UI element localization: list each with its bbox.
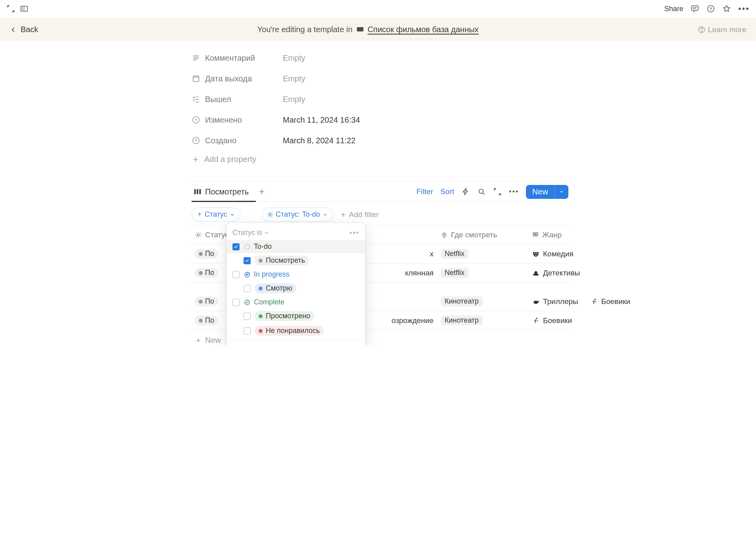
cell-where[interactable]: Netflix [437, 268, 529, 278]
cell-genre[interactable]: Боевики [529, 316, 572, 325]
cell-genre[interactable]: ТриллерыБоевики [529, 297, 630, 306]
cell-genre[interactable]: Комедия [529, 250, 574, 258]
where-chip: Netflix [441, 249, 468, 259]
add-property-button[interactable]: Add a property [192, 155, 568, 164]
peek-icon[interactable] [20, 4, 29, 13]
filter-pill-label: Статус: To-do [276, 210, 320, 219]
comments-icon[interactable] [691, 4, 699, 13]
updates-icon[interactable] [706, 4, 715, 13]
checkbox[interactable] [232, 299, 240, 306]
svg-rect-4 [357, 27, 363, 31]
clear-selection-button[interactable]: Clear selection [227, 340, 365, 345]
name-text: клянная [405, 269, 434, 277]
property-row[interactable]: ВышелEmpty [192, 89, 568, 110]
genre-label: Боевики [543, 316, 572, 325]
property-value[interactable]: Empty [283, 95, 305, 104]
svg-point-14 [269, 214, 271, 215]
filter-option[interactable]: Не понравилось [227, 323, 365, 338]
checkbox[interactable] [244, 285, 251, 292]
genre-label: Детективы [543, 269, 580, 277]
property-row[interactable]: КомментарийEmpty [192, 48, 568, 68]
more-icon[interactable]: ••• [738, 4, 750, 14]
template-name-link[interactable]: Список фильмов база данных [368, 25, 479, 34]
share-button[interactable]: Share [664, 5, 683, 13]
genre-icon [532, 317, 540, 325]
back-button[interactable]: Back [10, 25, 38, 34]
checkbox[interactable] [232, 271, 240, 278]
status-text: По [205, 269, 214, 277]
property-value[interactable]: Empty [283, 74, 305, 83]
filter-group-to-do[interactable]: To-do [227, 240, 365, 253]
filter-button[interactable]: Filter [416, 187, 433, 196]
property-row[interactable]: СозданоMarch 8, 2024 11:22 [192, 130, 568, 151]
add-view-icon[interactable] [257, 187, 266, 196]
sort-button[interactable]: Sort [440, 187, 454, 196]
cell-where[interactable]: Netflix [437, 249, 529, 259]
new-button[interactable]: New [526, 185, 568, 199]
cell-where[interactable]: Кинотеатр [437, 296, 529, 306]
col-header-genre[interactable]: Жанр [529, 231, 568, 239]
new-button-caret[interactable] [555, 185, 568, 199]
filter-option[interactable]: Просмотрено [227, 309, 365, 323]
search-icon[interactable] [477, 187, 486, 196]
genre-tag: Боевики [532, 316, 572, 325]
where-chip: Кинотеатр [441, 296, 483, 306]
property-value[interactable]: Empty [283, 54, 305, 63]
dropdown-title-op[interactable]: is [257, 229, 262, 237]
filter-option[interactable]: Смотрю [227, 281, 365, 296]
dropdown-more-icon[interactable]: ••• [349, 229, 359, 237]
status-chip: По [195, 315, 218, 325]
svg-rect-10 [194, 189, 196, 194]
property-name: Изменено [205, 115, 242, 125]
property-icon [192, 115, 200, 124]
svg-rect-1 [22, 7, 25, 10]
cell-genre[interactable]: Детективы [529, 269, 580, 277]
status-chip: По [195, 268, 218, 278]
checkbox[interactable] [244, 257, 251, 264]
checkbox[interactable] [244, 327, 251, 335]
filter-group-in-progress[interactable]: In progress [227, 268, 365, 281]
automations-icon[interactable] [461, 187, 470, 196]
checkbox[interactable] [232, 243, 240, 250]
collapse-icon[interactable] [6, 4, 15, 13]
col-header-where[interactable]: Где смотреть [437, 231, 529, 239]
property-row[interactable]: ИзмененоMarch 11, 2024 16:34 [192, 110, 568, 130]
property-value[interactable]: March 8, 2024 11:22 [283, 136, 355, 145]
svg-point-13 [479, 189, 484, 194]
view-more-icon[interactable]: ••• [509, 188, 519, 196]
new-button-label[interactable]: New [526, 185, 555, 199]
expand-icon[interactable] [493, 187, 502, 196]
status-option-chip: Смотрю [255, 283, 296, 293]
new-row-label: New [205, 336, 221, 345]
property-label: Создано [192, 136, 283, 145]
learn-more-button[interactable]: Learn more [698, 25, 746, 34]
genre-tag: Боевики [590, 297, 630, 306]
favorite-icon[interactable] [722, 4, 731, 13]
cell-where[interactable]: Кинотеатр [437, 315, 529, 325]
filter-option[interactable]: Посмотреть [227, 253, 365, 268]
genre-tag: Комедия [532, 250, 574, 258]
sort-pill[interactable]: Статус [192, 208, 240, 221]
svg-point-29 [538, 301, 539, 302]
back-label: Back [21, 25, 38, 34]
svg-point-6 [701, 31, 702, 32]
dropdown-title-prop: Статус [232, 229, 255, 237]
svg-point-30 [595, 298, 596, 300]
window-topbar: Share ••• [0, 0, 756, 18]
status-filter-pill[interactable]: Статус: To-do [262, 208, 333, 221]
genre-icon [590, 298, 598, 306]
svg-point-25 [534, 253, 535, 254]
property-value[interactable]: March 11, 2024 16:34 [283, 115, 360, 125]
status-chip: По [195, 296, 218, 306]
view-tab-label: Посмотреть [205, 187, 249, 196]
property-name: Комментарий [205, 54, 255, 63]
group-label: Complete [244, 298, 284, 306]
checkbox[interactable] [244, 313, 251, 320]
property-row[interactable]: Дата выходаEmpty [192, 68, 568, 89]
view-tab[interactable]: Посмотреть [192, 187, 250, 196]
add-filter-button[interactable]: Add filter [340, 210, 379, 219]
status-filter-dropdown: Статус is ••• To-doПосмотретьIn progress… [226, 223, 365, 345]
filter-group-complete[interactable]: Complete [227, 296, 365, 309]
name-text: x [430, 250, 434, 258]
property-name: Дата выхода [205, 74, 252, 83]
